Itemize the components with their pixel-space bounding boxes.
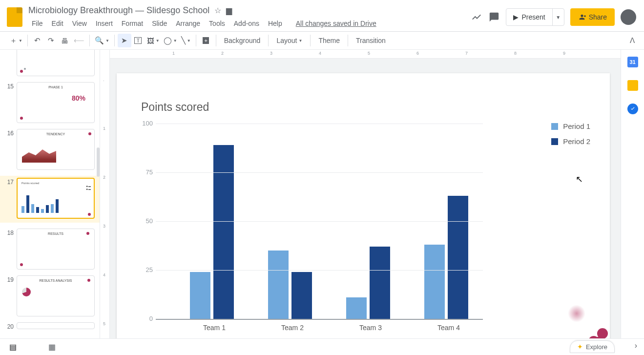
zoom-button[interactable]: 🔍▼: [93, 34, 111, 47]
filmstrip-view-icon[interactable]: ▤: [8, 342, 18, 352]
menu-slide[interactable]: Slide: [148, 18, 170, 29]
account-avatar[interactable]: [621, 9, 636, 25]
thumbnail-scrollbar[interactable]: [97, 147, 100, 177]
slide-content: Points scored Period 1 Period 2 Team 1Te…: [117, 73, 610, 338]
thumbnail-slide-18[interactable]: RESULTS: [17, 229, 95, 270]
bottom-bar: ▤ ▦ ✦Explore ›: [0, 338, 644, 355]
thumb-number: 20: [5, 322, 14, 330]
thumb-number: 18: [5, 229, 14, 270]
thumbnail-slide-19[interactable]: RESULTS ANALYSIS: [17, 275, 95, 316]
menu-addons[interactable]: Add-ons: [230, 18, 263, 29]
move-folder-icon[interactable]: ▆: [226, 6, 232, 15]
bar: [448, 196, 468, 319]
layout-button[interactable]: Layout▼: [271, 34, 307, 47]
toolbar: ＋▼ ↶ ↷ 🖶 ⟵ 🔍▼ ➤ T 🖼▼ ◯▼ ╲▼ + Background …: [0, 31, 644, 50]
y-tick-label: 100: [140, 120, 153, 127]
share-button[interactable]: Share: [570, 8, 615, 26]
bar: [268, 251, 289, 319]
activity-icon[interactable]: [471, 11, 482, 23]
theme-button[interactable]: Theme: [313, 34, 345, 47]
app-logo[interactable]: [5, 7, 24, 27]
legend-label: Period 2: [563, 137, 590, 146]
new-slide-button[interactable]: ＋▼: [8, 34, 24, 47]
select-tool[interactable]: ➤: [118, 34, 131, 47]
menu-file[interactable]: File: [28, 18, 46, 29]
explore-button[interactable]: ✦Explore: [570, 340, 615, 353]
thumb-number: 17: [5, 178, 14, 219]
save-status: All changes saved in Drive: [292, 18, 380, 29]
image-tool[interactable]: 🖼▼: [145, 34, 162, 47]
y-tick-label: 0: [140, 315, 153, 322]
tasks-icon[interactable]: [627, 104, 638, 114]
thumbnail-slide[interactable]: [17, 50, 95, 76]
thumbnail-slide-17[interactable]: Points scored ■ ▬■ ▬: [17, 178, 95, 219]
x-tick-label: Team 1: [175, 324, 253, 332]
line-tool[interactable]: ╲▼: [179, 34, 193, 47]
menu-bar: File Edit View Insert Format Slide Arran…: [28, 18, 471, 29]
y-tick-label: 50: [140, 217, 153, 225]
slide-thumbnails-panel: 15 PHASE 1 80% 16 TENDENCY 17 Points sco…: [0, 50, 100, 338]
transition-button[interactable]: Transition: [351, 34, 391, 47]
calendar-icon[interactable]: 31: [627, 57, 638, 67]
menu-insert[interactable]: Insert: [92, 18, 116, 29]
collapse-toolbar-icon[interactable]: ᐱ: [625, 34, 639, 47]
horizontal-ruler: 1 2 3 4 5 6 7 8 9: [110, 50, 621, 59]
vertical-ruler: . 1 2 3 4 5: [100, 50, 110, 338]
comment-button[interactable]: +: [199, 34, 213, 47]
app-header: Microbiology Breakthrough — Slidesgo Sch…: [0, 0, 644, 31]
chart-title: Points scored: [141, 101, 590, 114]
thumbnail-slide-15[interactable]: PHASE 1 80%: [17, 82, 95, 123]
document-title[interactable]: Microbiology Breakthrough — Slidesgo Sch…: [28, 5, 209, 16]
legend-label: Period 1: [563, 122, 590, 130]
menu-format[interactable]: Format: [118, 18, 146, 29]
menu-edit[interactable]: Edit: [48, 18, 67, 29]
menu-view[interactable]: View: [69, 18, 90, 29]
legend-swatch-period2: [551, 138, 558, 145]
background-button[interactable]: Background: [219, 34, 266, 47]
thumbnail-slide-16[interactable]: TENDENCY: [17, 129, 95, 170]
grid-view-icon[interactable]: ▦: [47, 342, 57, 352]
star-icon[interactable]: ☆: [214, 6, 221, 15]
chart-legend: Period 1 Period 2: [551, 122, 590, 152]
y-tick-label: 25: [140, 266, 153, 273]
bar: [291, 272, 312, 319]
undo-button[interactable]: ↶: [31, 34, 44, 47]
present-dropdown[interactable]: ▼: [552, 9, 564, 25]
present-button[interactable]: ▶Present: [506, 9, 552, 25]
side-panel: 31: [621, 50, 644, 338]
redo-button[interactable]: ↷: [44, 34, 58, 47]
x-tick-label: Team 2: [253, 324, 332, 332]
y-tick-label: 75: [140, 168, 153, 176]
bar: [213, 145, 234, 319]
keep-icon[interactable]: [627, 80, 638, 91]
legend-swatch-period1: [551, 123, 558, 130]
menu-help[interactable]: Help: [265, 18, 286, 29]
thumb-number: 19: [5, 275, 14, 316]
paint-format-button[interactable]: ⟵: [72, 34, 86, 47]
menu-arrange[interactable]: Arrange: [172, 18, 204, 29]
thumbnail-slide-20[interactable]: [17, 322, 95, 329]
menu-tools[interactable]: Tools: [206, 18, 229, 29]
thumb-number: 16: [5, 129, 14, 170]
shape-tool[interactable]: ◯▼: [162, 34, 179, 47]
bar: [424, 245, 445, 319]
x-tick-label: Team 3: [332, 324, 410, 332]
decoration-icon: [568, 305, 585, 322]
slide-canvas[interactable]: Points scored Period 1 Period 2 Team 1Te…: [110, 59, 621, 338]
bar: [346, 297, 367, 319]
print-button[interactable]: 🖶: [58, 34, 72, 47]
show-side-panel-icon[interactable]: ›: [635, 341, 637, 350]
x-tick-label: Team 4: [410, 324, 488, 332]
bar: [370, 247, 390, 319]
chart-plot: Team 1Team 2Team 3Team 4 0255075100: [141, 124, 483, 319]
bar: [190, 272, 210, 319]
explore-star-icon: ✦: [577, 343, 583, 351]
comments-icon[interactable]: [488, 11, 500, 23]
textbox-tool[interactable]: T: [131, 34, 145, 47]
thumb-number: 15: [5, 82, 14, 123]
